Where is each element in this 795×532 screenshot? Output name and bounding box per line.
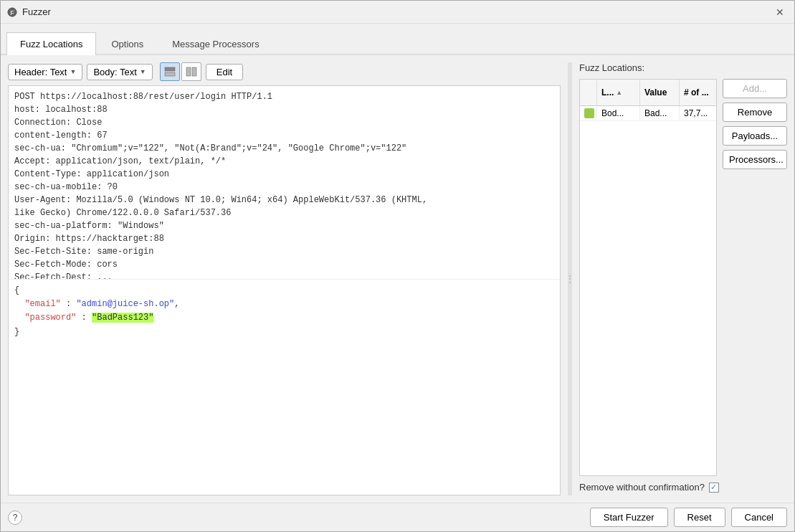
header-line: Content-Type: application/json [14, 168, 554, 181]
add-button[interactable]: Add... [723, 79, 787, 98]
body-line: "email" : "admin@juice-sh.op", [14, 298, 554, 311]
edit-button[interactable]: Edit [206, 64, 243, 80]
body-dropdown[interactable]: Body: Text ▼ [87, 64, 152, 80]
splitter-vertical[interactable] [568, 62, 572, 495]
remove-confirm-row: Remove without confirmation? ✓ [579, 479, 787, 495]
left-panel: Header: Text ▼ Body: Text ▼ [8, 62, 561, 495]
header-line: content-length: 67 [14, 129, 554, 142]
window-icon: F [6, 6, 18, 18]
col-header-location[interactable]: L... ▲ [597, 80, 640, 105]
svg-rect-3 [165, 72, 175, 76]
header-line: POST https://localhost:88/rest/user/logi… [14, 90, 554, 103]
header-dropdown[interactable]: Header: Text ▼ [8, 64, 82, 80]
right-panel: Fuzz Locations: L... ▲ Value [579, 62, 787, 495]
header-line: sec-ch-ua-mobile: ?0 [14, 181, 554, 194]
fuzzer-window: F Fuzzer ✕ Fuzz Locations Options Messag… [0, 0, 795, 532]
body-line: { [14, 284, 554, 298]
help-icon[interactable]: ? [8, 510, 22, 525]
remove-button[interactable]: Remove [723, 103, 787, 122]
remove-confirm-checkbox[interactable]: ✓ [709, 483, 719, 493]
col-header-check [580, 80, 597, 105]
header-line: host: localhost:88 [14, 103, 554, 116]
request-body[interactable]: { "email" : "admin@juice-sh.op", "passwo… [9, 280, 560, 495]
header-line: Connection: Close [14, 116, 554, 129]
fuzz-locations-label: Fuzz Locations: [579, 62, 787, 73]
tab-message-processors[interactable]: Message Processors [158, 32, 272, 55]
svg-rect-2 [165, 67, 175, 71]
bottom-bar: ? Start Fuzzer Reset Cancel [1, 503, 794, 531]
cancel-button[interactable]: Cancel [731, 508, 787, 527]
fuzz-table: L... ▲ Value # of ... # of P... [579, 79, 717, 476]
header-line: like Gecko) Chrome/122.0.0.0 Safari/537.… [14, 206, 554, 219]
header-line: sec-ch-ua-platform: "Windows" [14, 219, 554, 232]
header-line: Origin: https://hacktarget:88 [14, 232, 554, 245]
start-fuzzer-button[interactable]: Start Fuzzer [590, 508, 668, 527]
main-content: Header: Text ▼ Body: Text ▼ [1, 55, 794, 503]
svg-text:F: F [10, 9, 14, 16]
row-indicator-cell [580, 106, 597, 120]
payloads-button[interactable]: Payloads... [723, 126, 787, 146]
table-row[interactable]: Bod... Bad... 37,7... 0 [580, 106, 716, 121]
header-line: sec-ch-ua: "Chromium";v="122", "Not(A:Br… [14, 142, 554, 155]
body-line: "password" : "BadPass123" [14, 311, 554, 325]
remove-confirm-label: Remove without confirmation? [579, 482, 705, 493]
toolbar: Header: Text ▼ Body: Text ▼ [8, 62, 561, 81]
tab-fuzz-locations[interactable]: Fuzz Locations [6, 32, 96, 55]
view-toggle-group [160, 62, 201, 81]
fuzz-locations-area: L... ▲ Value # of ... # of P... [579, 79, 787, 476]
table-header: L... ▲ Value # of ... # of P... [580, 80, 716, 106]
row-num-payloads: 37,7... [680, 106, 717, 120]
action-buttons: Add... Remove Payloads... Processors... [723, 79, 787, 476]
split-vertical-button[interactable] [181, 62, 201, 81]
header-line: Accept: application/json, text/plain, */… [14, 155, 554, 168]
reset-button[interactable]: Reset [674, 508, 725, 527]
checkbox-check-icon: ✓ [710, 483, 717, 492]
header-chevron-icon: ▼ [70, 68, 76, 75]
request-area: POST https://localhost:88/rest/user/logi… [8, 85, 561, 495]
row-value: Bad... [640, 106, 680, 120]
header-line: User-Agent: Mozilla/5.0 (Windows NT 10.0… [14, 194, 554, 206]
col-header-num-payloads[interactable]: # of ... [680, 80, 717, 105]
title-bar: F Fuzzer ✕ [1, 1, 794, 24]
tab-bar: Fuzz Locations Options Message Processor… [1, 24, 794, 55]
tab-options[interactable]: Options [97, 32, 157, 55]
body-line: } [14, 326, 554, 339]
window-title: Fuzzer [22, 6, 771, 17]
request-headers[interactable]: POST https://localhost:88/rest/user/logi… [9, 86, 560, 280]
row-indicator [584, 108, 594, 118]
close-button[interactable]: ✕ [771, 4, 789, 21]
body-chevron-icon: ▼ [140, 68, 146, 75]
svg-rect-5 [192, 67, 196, 76]
header-line: Sec-Fetch-Mode: cors [14, 258, 554, 271]
sort-icon: ▲ [616, 89, 622, 96]
split-horizontal-button[interactable] [160, 62, 180, 81]
header-line: Sec-Fetch-Site: same-origin [14, 245, 554, 258]
row-location: Bod... [597, 106, 640, 120]
processors-button[interactable]: Processors... [723, 150, 787, 169]
svg-rect-4 [186, 67, 191, 76]
header-line: Sec-Fetch-Dest: ... [14, 271, 554, 280]
col-header-value[interactable]: Value [640, 80, 680, 105]
